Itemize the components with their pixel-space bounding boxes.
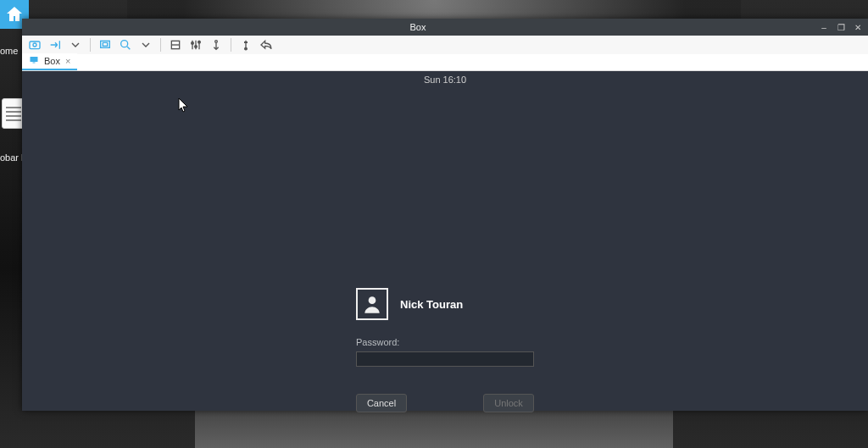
svg-point-9 (215, 41, 218, 43)
window-title: Box (22, 22, 814, 32)
screenshot-icon[interactable] (27, 37, 42, 53)
svg-point-12 (369, 296, 376, 304)
close-button[interactable]: ✕ (853, 22, 863, 32)
toolbar (22, 36, 868, 54)
user-name: Nick Touran (400, 298, 463, 311)
share-icon[interactable] (259, 37, 274, 53)
unlock-button[interactable]: Unlock (483, 394, 534, 412)
minimize-button[interactable]: – (819, 22, 829, 32)
send-key-icon[interactable] (47, 37, 63, 53)
chevron-down-icon[interactable] (68, 37, 83, 53)
tab-label: Box (44, 56, 60, 66)
cancel-button[interactable]: Cancel (356, 394, 407, 412)
login-panel: Nick Touran Password: Cancel Unlock (356, 288, 534, 412)
titlebar[interactable]: Box – ❐ ✕ (22, 19, 868, 36)
password-label: Password: (356, 337, 534, 347)
vm-display[interactable]: Sun 16:10 Nick Touran Password: Cancel U… (22, 71, 868, 411)
tab-box[interactable]: Box × (22, 53, 77, 70)
tab-bar: Box × (22, 54, 868, 71)
svg-point-8 (198, 41, 201, 43)
tune-icon[interactable] (209, 37, 224, 53)
settings-sliders-icon[interactable] (188, 37, 203, 53)
gnome-clock: Sun 16:10 (22, 75, 868, 85)
avatar (356, 288, 388, 320)
scale-icon[interactable] (168, 37, 183, 53)
svg-point-1 (33, 43, 36, 47)
svg-point-4 (121, 41, 128, 47)
svg-rect-11 (33, 63, 36, 64)
virt-viewer-window: Box – ❐ ✕ Box × Sun 16:10 (22, 19, 868, 411)
svg-rect-0 (30, 41, 40, 49)
maximize-button[interactable]: ❐ (836, 22, 846, 32)
svg-rect-3 (103, 42, 107, 46)
toolbar-separator (160, 38, 161, 52)
chevron-down-icon[interactable] (138, 37, 153, 53)
password-input[interactable] (356, 351, 534, 367)
svg-point-6 (192, 42, 194, 45)
svg-rect-2 (101, 41, 110, 47)
display-icon (29, 55, 39, 67)
cursor-icon (178, 97, 188, 113)
svg-point-7 (195, 46, 198, 48)
svg-rect-10 (31, 57, 38, 62)
fullscreen-icon[interactable] (97, 37, 113, 53)
zoom-icon[interactable] (118, 37, 133, 53)
usb-icon[interactable] (238, 37, 253, 53)
toolbar-separator (231, 38, 231, 52)
person-icon (361, 293, 383, 315)
toolbar-separator (90, 38, 91, 52)
desktop-icon-label-home: ome (0, 46, 18, 56)
tab-close-button[interactable]: × (65, 56, 70, 66)
